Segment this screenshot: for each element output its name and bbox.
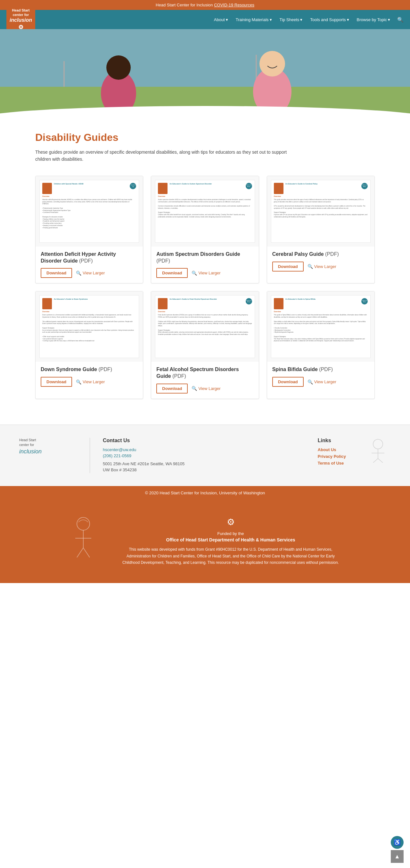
download-button-fetal-alcohol[interactable]: Download xyxy=(156,383,188,394)
nav-links: About ▾ Training Materials ▾ Tip Sheets … xyxy=(211,16,404,24)
view-larger-cerebral-palsy[interactable]: 🔍 View Larger xyxy=(308,264,336,269)
card-info-adhd: Attention Deficit Hyper Activity Disorde… xyxy=(35,247,143,283)
guide-card-fetal-alcohol: An Educator's Guide to Fetal Alcohol Spe… xyxy=(151,291,259,399)
card-preview-title-spina-bifida: An Educator's Guide to Spina Bifida xyxy=(285,298,316,300)
footer-divider xyxy=(90,438,90,473)
view-larger-fetal-alcohol[interactable]: 🔍 View Larger xyxy=(192,386,221,391)
card-badge-cerebral-palsy: Videos & More xyxy=(361,183,368,189)
nav-item-tools[interactable]: Tools and Supports ▾ xyxy=(307,16,352,24)
footer-contact: Contact Us hscenter@uw.edu (206) 221-056… xyxy=(103,438,199,473)
footer-sketch-illustration xyxy=(365,438,391,463)
guide-card-autism: An Educator's Guide to Autism Spectrum D… xyxy=(151,176,259,284)
card-overview-label-spina-bifida: Overview xyxy=(274,311,368,313)
card-preview-title-adhd: Children with Special Needs: ADHD xyxy=(54,183,84,185)
footer-link-about[interactable]: About Us xyxy=(318,447,346,452)
card-badge-fetal-alcohol: Videos & More xyxy=(246,298,252,305)
footer-link-terms[interactable]: Terms of Use xyxy=(318,461,346,466)
download-button-adhd[interactable]: Download xyxy=(41,268,72,278)
svg-point-13 xyxy=(77,518,90,530)
card-preview-down-syndrome: An Educator's Guide to Down Syndrome Ove… xyxy=(35,291,143,362)
nav-search[interactable]: 🔍 xyxy=(394,17,404,23)
footer-link-privacy[interactable]: Privacy Policy xyxy=(318,454,346,459)
logo-line1: Head Start xyxy=(12,8,29,12)
card-info-fetal-alcohol: Fetal Alcohol Spectrum Disorders Guide (… xyxy=(151,362,259,399)
card-title-cerebral-palsy: Cerebral Palsy Guide (PDF) xyxy=(272,251,369,258)
page-description: These guides provide an overview of spec… xyxy=(35,149,291,163)
footer-main: Head Start center for inclusion Contact … xyxy=(0,425,410,486)
view-larger-down-syndrome[interactable]: 🔍 View Larger xyxy=(76,379,105,384)
nav-link-tools[interactable]: Tools and Supports ▾ xyxy=(307,16,352,24)
top-bar-text: Head Start Center for Inclusion xyxy=(156,3,213,7)
view-larger-spina-bifida[interactable]: 🔍 View Larger xyxy=(308,379,336,384)
footer-logo-line1: Head Start xyxy=(19,438,58,442)
hero-image xyxy=(0,29,410,119)
funding-by-label: Funded by the xyxy=(119,531,343,536)
search-icon[interactable]: 🔍 xyxy=(397,17,404,23)
card-title-fetal-alcohol: Fetal Alcohol Spectrum Disorders Guide (… xyxy=(156,366,253,380)
magnify-icon-spina-bifida: 🔍 xyxy=(308,379,313,384)
nav-link-training[interactable]: Training Materials ▾ xyxy=(233,16,275,24)
dropdown-arrow-tipsheets: ▾ xyxy=(300,17,302,22)
view-larger-autism[interactable]: 🔍 View Larger xyxy=(192,271,221,276)
nav-item-tipsheets[interactable]: Tip Sheets ▾ xyxy=(276,16,306,24)
nav-link-browse[interactable]: Browse by Topic ▾ xyxy=(354,16,393,24)
footer-logo-line3: inclusion xyxy=(19,447,58,456)
card-logo-adhd xyxy=(42,183,52,194)
download-button-down-syndrome[interactable]: Download xyxy=(41,377,72,387)
card-preview-inner-fetal-alcohol: An Educator's Guide to Fetal Alcohol Spe… xyxy=(155,295,255,358)
covid-link[interactable]: COVID-19 Resources xyxy=(214,3,254,7)
card-preview-spina-bifida: An Educator's Guide to Spina Bifida Over… xyxy=(267,291,375,362)
funding-org: Office of Head Start Department of Healt… xyxy=(119,537,343,542)
svg-point-8 xyxy=(373,439,383,449)
footer-logo: Head Start center for inclusion xyxy=(19,438,58,456)
funding-sketch-left xyxy=(67,516,99,567)
download-button-cerebral-palsy[interactable]: Download xyxy=(272,261,304,272)
card-title-down-syndrome: Down Syndrome Guide (PDF) xyxy=(41,366,138,373)
download-button-spina-bifida[interactable]: Download xyxy=(272,377,304,387)
footer-contact-heading: Contact Us xyxy=(103,438,199,443)
card-preview-cerebral-palsy: An Educator's Guide to Cerebral Palsy Ov… xyxy=(267,176,375,247)
footer-phone[interactable]: (206) 221-0569 xyxy=(103,453,199,458)
nav-item-training[interactable]: Training Materials ▾ xyxy=(233,16,275,24)
logo-line2: center for xyxy=(13,13,29,17)
funding-text: This website was developed with funds fr… xyxy=(119,546,343,566)
magnify-icon-adhd: 🔍 xyxy=(76,271,81,276)
nav-link-tipsheets[interactable]: Tip Sheets ▾ xyxy=(276,16,306,24)
download-button-autism[interactable]: Download xyxy=(156,268,188,278)
svg-line-17 xyxy=(83,548,90,557)
footer-email[interactable]: hscenter@uw.edu xyxy=(103,447,199,452)
card-title-autism: Autism Spectrum Disorders Guide (PDF) xyxy=(156,251,253,265)
guide-card-down-syndrome: An Educator's Guide to Down Syndrome Ove… xyxy=(35,291,143,399)
footer-links-heading: Links xyxy=(318,438,346,443)
card-logo-fetal-alcohol xyxy=(158,298,168,309)
magnify-icon-down-syndrome: 🔍 xyxy=(76,379,81,384)
funding-center: ⚙ Funded by the Office of Head Start Dep… xyxy=(119,517,343,566)
card-preview-inner-cerebral-palsy: An Educator's Guide to Cerebral Palsy Ov… xyxy=(271,180,371,243)
card-actions-spina-bifida: Download 🔍 View Larger xyxy=(272,377,369,387)
nav-item-about[interactable]: About ▾ xyxy=(211,16,231,24)
funding-section: ⚙ Funded by the Office of Head Start Dep… xyxy=(0,500,410,583)
card-preview-inner-adhd: Children with Special Needs: ADHD Overvi… xyxy=(39,180,139,243)
card-preview-autism: An Educator's Guide to Autism Spectrum D… xyxy=(151,176,259,247)
card-logo-autism xyxy=(158,183,168,194)
dropdown-arrow-browse: ▾ xyxy=(388,17,390,22)
guides-grid: Children with Special Needs: ADHD Overvi… xyxy=(35,176,375,399)
card-actions-down-syndrome: Download 🔍 View Larger xyxy=(41,377,138,387)
footer-logo-line2: center for xyxy=(19,442,58,447)
card-preview-title-fetal-alcohol: An Educator's Guide to Fetal Alcohol Spe… xyxy=(170,298,217,300)
main-content: Disability Guides These guides provide a… xyxy=(29,119,381,425)
nav-item-browse[interactable]: Browse by Topic ▾ xyxy=(354,16,393,24)
card-overview-text-fetal-alcohol: Fetal alcohol spectrum disorders (FASDs)… xyxy=(158,314,252,336)
view-larger-adhd[interactable]: 🔍 View Larger xyxy=(76,271,105,276)
card-info-down-syndrome: Down Syndrome Guide (PDF) Download 🔍 Vie… xyxy=(35,362,143,392)
card-preview-title-down-syndrome: An Educator's Guide to Down Syndrome xyxy=(54,298,88,300)
page-title: Disability Guides xyxy=(35,132,375,144)
nav-link-about[interactable]: About ▾ xyxy=(211,16,231,24)
navigation: Head Start center for inclusion ⚙ About … xyxy=(0,10,410,29)
logo-line3: inclusion xyxy=(9,17,33,24)
card-preview-title-cerebral-palsy: An Educator's Guide to Cerebral Palsy xyxy=(285,183,318,185)
dropdown-arrow-tools: ▾ xyxy=(347,17,349,22)
card-actions-fetal-alcohol: Download 🔍 View Larger xyxy=(156,383,253,394)
card-overview-text-autism: Autism spectrum disorder (ASD) is a comp… xyxy=(158,199,252,218)
card-overview-label-fetal-alcohol: Overview xyxy=(158,311,252,313)
